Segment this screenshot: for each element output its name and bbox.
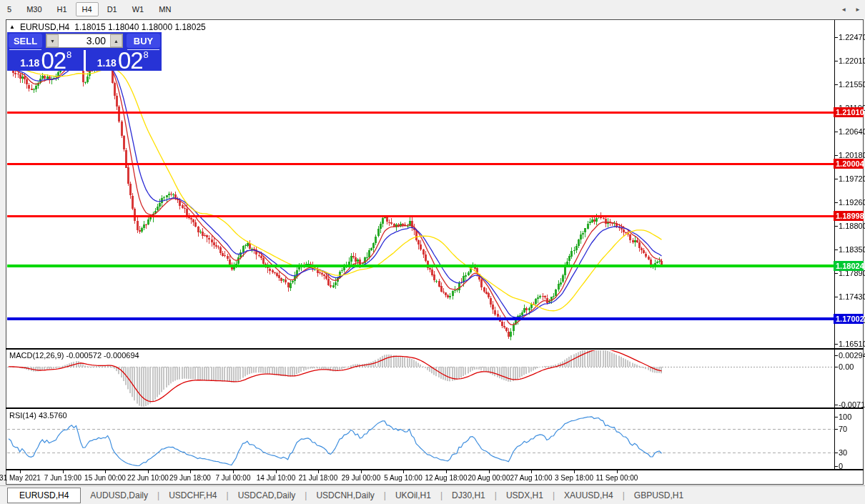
timeframe-button-h1[interactable]: H1 (51, 2, 74, 16)
price-axis-label: 1.22010 (839, 56, 865, 65)
macd-axis-label: 0.00 (839, 362, 854, 371)
volume-increase-icon[interactable]: ▲ (110, 34, 122, 47)
chart-ohlc-values: 1.18015 1.18040 1.18000 1.18025 (74, 22, 206, 32)
date-label: 7 Jul 00:00 (216, 474, 251, 482)
volume-input[interactable]: 3.00 (59, 34, 110, 47)
tab-scroll-right-icon[interactable]: ► (855, 6, 861, 13)
price-axis-label: 1.18800 (839, 222, 865, 230)
ask-price-main: 02 (118, 51, 143, 70)
chart-symbol-label: EURUSD,H4 (20, 22, 69, 32)
rsi-axis-label: 0 (839, 462, 843, 470)
tab-scroll-left-icon[interactable]: ◄ (841, 6, 846, 13)
rsi-axis-label: 30 (839, 448, 847, 457)
price-level-badge: 1.18024 (834, 261, 864, 271)
ask-price-pipette: 8 (144, 50, 149, 59)
date-label: 7 Jun 19:00 (44, 474, 81, 482)
date-label: 31 May 2021 (0, 474, 41, 482)
price-level-badge: 1.18998 (834, 211, 864, 221)
tab-ukoil[interactable]: UKOil,H1 (386, 488, 440, 503)
price-axis-label: 1.20640 (839, 127, 865, 136)
price-axis-label: 1.21550 (839, 80, 865, 89)
one-click-trading-panel: SELL ▼ 3.00 ▲ BUY 1.18 02 8 1.18 02 8 (7, 32, 162, 71)
tab-xauusd[interactable]: XAUUSD,H4 (555, 488, 623, 503)
price-axis-label: 1.17430 (839, 292, 865, 301)
date-label: 5 Aug 10:00 (384, 474, 422, 482)
bid-price-pipette: 8 (66, 50, 71, 59)
tab-eurusd[interactable]: EURUSD,H4 (7, 488, 81, 503)
bid-price-prefix: 1.18 (20, 58, 39, 70)
volume-spinner: ▼ 3.00 ▲ (46, 34, 123, 48)
rsi-axis-label: 100 (839, 412, 851, 421)
tab-usdx[interactable]: USDX,H1 (497, 488, 553, 503)
bid-price-main: 02 (41, 51, 66, 70)
price-axis-label: 1.22470 (839, 33, 865, 41)
rsi-axis-label: 70 (839, 425, 847, 433)
date-label: 12 Aug 18:00 (425, 474, 468, 482)
date-label: 20 Aug 00:00 (468, 474, 510, 482)
date-label: 22 Jun 10:00 (127, 474, 169, 482)
symbol-tab-bar: EURUSD,H4AUDUSD,Daily|USDCHF,H4|USDCAD,D… (0, 485, 865, 504)
tab-scroll-nav: ◄ ► (841, 6, 861, 13)
sell-button[interactable]: SELL (9, 34, 42, 48)
tab-usdcnh[interactable]: USDCNH,Daily (307, 488, 383, 503)
collapse-icon[interactable]: ▲ (9, 23, 15, 31)
timeframe-toolbar: 5M30H1H4D1W1MN (0, 0, 865, 19)
price-level-badge: 1.17002 (834, 314, 864, 324)
price-axis-label: 1.19260 (839, 198, 865, 207)
trade-panel-top-row: SELL ▼ 3.00 ▲ BUY (9, 34, 160, 48)
tab-usdcad[interactable]: USDCAD,Daily (229, 488, 305, 503)
date-label: 3 Sep 18:00 (555, 474, 593, 482)
metatrader-window: 5M30H1H4D1W1MN ▲ EURUSD,H4 1.18015 1.180… (0, 0, 865, 504)
macd-indicator-label: MACD(12,26,9) -0.000572 -0.000694 (9, 351, 139, 360)
ask-price-prefix: 1.18 (97, 58, 117, 70)
trade-panel-quotes: 1.18 02 8 1.18 02 8 (9, 50, 160, 71)
date-label: 11 Sep 00:00 (596, 474, 638, 482)
timeframe-button-5[interactable]: 5 (1, 2, 18, 16)
chart-title-bar: ▲ EURUSD,H4 1.18015 1.18040 1.18000 1.18… (9, 22, 206, 32)
timeframe-button-d1[interactable]: D1 (101, 2, 124, 16)
date-label: 29 Jun 18:00 (169, 474, 211, 482)
timeframe-button-mn[interactable]: MN (152, 2, 177, 16)
price-axis-label: 1.16510 (839, 340, 865, 348)
timeframe-button-w1[interactable]: W1 (126, 2, 151, 16)
timeframe-button-h4[interactable]: H4 (76, 2, 99, 16)
ask-price: 1.18 02 8 (86, 50, 161, 71)
chart-canvas[interactable] (0, 0, 865, 504)
tab-audusd[interactable]: AUDUSD,Daily (81, 488, 157, 503)
price-axis-label: 1.19720 (839, 174, 865, 183)
volume-decrease-icon[interactable]: ▼ (46, 34, 59, 47)
date-label: 27 Aug 10:00 (510, 474, 553, 482)
date-label: 14 Jul 10:00 (257, 474, 296, 482)
timeframe-button-m30[interactable]: M30 (20, 2, 48, 16)
tab-dj30[interactable]: DJ30,H1 (443, 488, 495, 503)
macd-axis-label: -0.007151 (839, 400, 865, 409)
tab-usdchf[interactable]: USDCHF,H4 (159, 488, 226, 503)
buy-button[interactable]: BUY (127, 34, 160, 48)
bid-price: 1.18 02 8 (9, 50, 84, 71)
tab-gbpusd[interactable]: GBPUSD,H1 (625, 488, 693, 503)
rsi-indicator-label: RSI(14) 43.5760 (9, 411, 67, 420)
price-level-badge: 1.20004 (834, 159, 864, 169)
date-label: 21 Jul 18:00 (299, 474, 338, 482)
macd-axis-label: 0.002947 (839, 351, 865, 360)
date-label: 15 Jun 00:00 (84, 474, 126, 482)
price-axis-label: 1.18350 (839, 245, 865, 254)
date-label: 29 Jul 00:00 (342, 474, 381, 482)
price-level-badge: 1.21010 (834, 107, 864, 117)
